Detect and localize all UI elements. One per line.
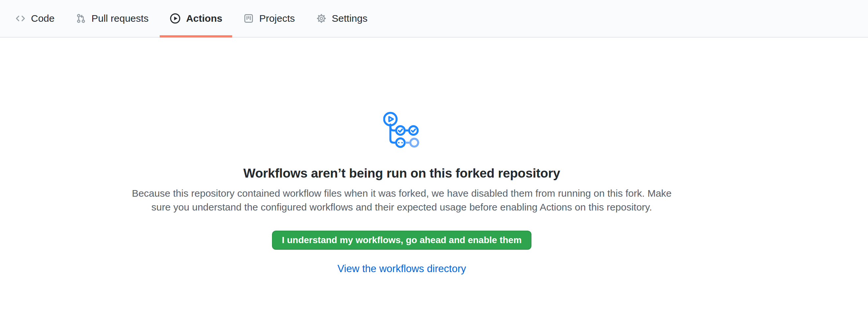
tab-label: Settings	[332, 13, 368, 23]
project-icon	[243, 13, 254, 24]
repo-tab-bar: Code Pull requests Actions	[0, 0, 868, 37]
enable-workflows-button[interactable]: I understand my workflows, go ahead and …	[272, 230, 531, 250]
actions-blankslate: Workflows aren’t being run on this forke…	[0, 111, 803, 275]
blankslate-heading: Workflows aren’t being run on this forke…	[0, 166, 803, 181]
tab-actions[interactable]: Actions	[160, 0, 232, 37]
blankslate-description: Because this repository contained workfl…	[105, 186, 698, 214]
tab-settings[interactable]: Settings	[306, 0, 377, 37]
tab-label: Projects	[259, 13, 295, 23]
tab-label: Pull requests	[92, 13, 149, 23]
tab-projects[interactable]: Projects	[234, 0, 305, 37]
tab-label: Code	[31, 13, 55, 23]
tab-label: Actions	[186, 13, 222, 23]
play-circle-icon	[169, 13, 181, 24]
pull-request-icon	[76, 13, 86, 24]
workflow-graph-icon	[0, 111, 803, 150]
view-workflows-link[interactable]: View the workflows directory	[338, 263, 466, 274]
tab-code[interactable]: Code	[5, 0, 65, 37]
gear-icon	[316, 13, 327, 24]
code-icon	[15, 13, 26, 24]
tab-pull-requests[interactable]: Pull requests	[66, 0, 158, 37]
